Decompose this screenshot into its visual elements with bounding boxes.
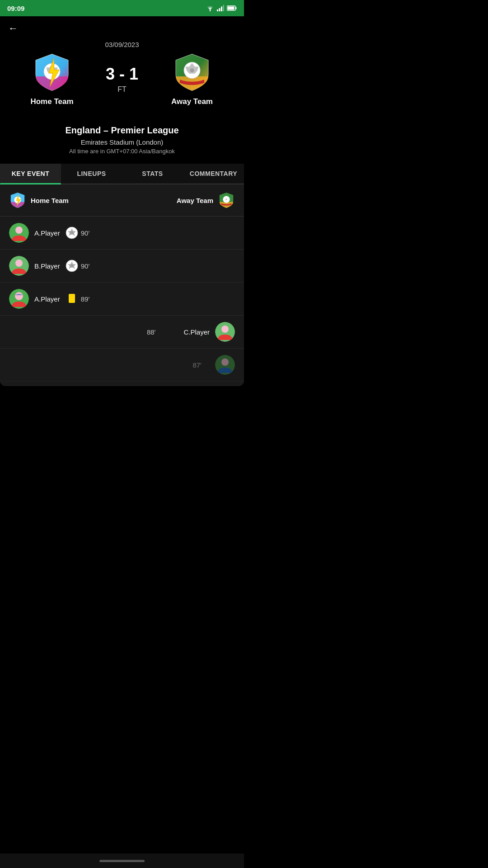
home-label: Home Team [31,197,69,204]
signal-icon [217,5,224,11]
home-mini-shield [9,192,26,209]
home-team-name: Home Team [30,97,73,106]
goal-icon [66,259,78,272]
svg-point-19 [15,226,23,234]
svg-point-22 [70,231,74,235]
svg-rect-2 [219,8,221,11]
svg-rect-7 [236,7,237,9]
battery-icon [227,5,237,11]
event-row: B.Player 90' [0,250,244,283]
tabs: KEY EVENT LINEUPS STATS COMMENTARY [0,164,244,184]
status-bar: 09:09 [0,0,244,16]
svg-rect-3 [221,7,222,12]
player-avatar [215,355,235,375]
status-time: 09:09 [7,5,24,12]
match-teams: Home Team 3 - 1 FT [9,52,235,106]
tab-commentary[interactable]: COMMENTARY [183,164,244,184]
svg-point-29 [15,292,23,300]
player-name: B.Player [34,262,60,270]
key-event-away-label: Away Team [177,192,235,209]
timezone-note: All time are in GMT+07:00 Asia/Bangkok [9,148,235,155]
home-team-block: Home Team [9,52,95,106]
svg-rect-4 [223,5,225,11]
svg-point-27 [70,264,74,268]
event-minute: 89' [81,295,94,303]
key-event-section: Home Team Away Team A.Player [0,184,244,386]
goal-icon [66,226,78,239]
event-minute: 88' [142,328,155,336]
event-row: 88' C.Player [0,316,244,349]
score-status: FT [117,85,127,94]
event-minute: 87' [188,361,202,369]
wifi-icon [206,5,214,11]
away-mini-shield [218,192,235,209]
svg-point-17 [225,198,227,200]
away-team-name: Away Team [171,97,213,106]
player-avatar [9,223,29,243]
away-label: Away Team [177,197,213,204]
match-section: 03/09/2023 [0,41,244,121]
event-minute: 90' [81,262,94,270]
player-name: A.Player [34,295,60,303]
league-info: England – Premier League Emirates Stadiu… [0,121,244,164]
home-team-logo [32,52,72,93]
svg-point-24 [15,259,23,267]
back-button[interactable]: ← [8,23,18,34]
player-avatar [9,256,29,276]
tab-stats[interactable]: STATS [122,164,183,184]
match-date: 03/09/2023 [105,41,139,48]
yellow-card-icon [66,292,78,305]
player-name: C.Player [183,328,210,336]
tab-lineups[interactable]: LINEUPS [61,164,122,184]
event-row: A.Player 90' [0,217,244,250]
player-name: A.Player [34,229,60,237]
svg-rect-1 [217,9,218,11]
event-minute: 90' [81,229,94,237]
stadium-name: Emirates Stadium (London) [9,138,235,146]
svg-point-32 [221,326,229,333]
away-team-block: Away Team [149,52,235,106]
score-text: 3 - 1 [106,65,138,84]
svg-point-34 [221,359,229,366]
svg-rect-6 [228,7,235,10]
svg-point-0 [210,10,211,11]
player-avatar [9,289,29,309]
score-block: 3 - 1 FT [95,65,149,94]
key-event-home-label: Home Team [9,192,69,209]
header: ← [0,16,244,41]
goal-icon [162,326,174,338]
event-row: A.Player 89' [0,283,244,316]
status-icons [206,5,237,11]
key-event-header: Home Team Away Team [0,184,244,217]
svg-rect-30 [69,294,75,303]
away-team-logo [172,52,212,93]
league-name: England – Premier League [9,125,235,136]
tab-key-event[interactable]: KEY EVENT [0,164,61,184]
event-row: 87' [0,349,244,382]
svg-point-13 [190,68,194,72]
player-avatar [215,322,235,342]
